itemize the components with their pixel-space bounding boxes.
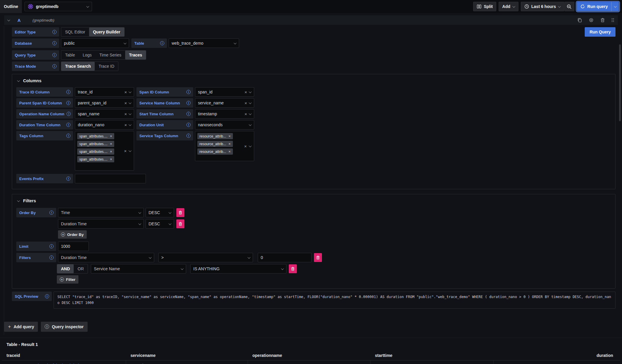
operation-name-column-select[interactable]: span_name [75,109,134,119]
filter-field-select[interactable]: Service Name [91,264,186,274]
info-icon[interactable] [186,123,191,127]
split-button[interactable]: Split [473,2,496,11]
add-order-by-button[interactable]: Order By [58,230,87,239]
remove-tag-x-icon[interactable] [110,150,112,153]
info-icon[interactable] [66,134,70,138]
add-button[interactable]: Add [499,2,518,11]
query-inspector-button[interactable]: Query inspector [41,322,87,332]
zoom-out-time-button[interactable] [564,2,574,11]
service-tags-column-multiselect[interactable]: resource_attrib... resource_attrib... re… [195,131,254,161]
query-type-option-time-series[interactable]: Time Series [96,51,125,59]
span-id-column-select[interactable]: span_id [195,87,254,97]
info-icon[interactable] [186,90,191,94]
column-header-starttime[interactable]: starttime [370,353,493,358]
clear-all-x-icon[interactable] [124,149,127,153]
table-select[interactable]: web_trace_demo [169,38,239,48]
service-name-column-select[interactable]: service_name [195,98,254,108]
tag-pill[interactable]: span_attributes.... [77,141,114,147]
run-query-button[interactable]: Run query [577,2,611,11]
filter-field-select[interactable]: Duration Time [58,253,154,262]
events-prefix-input[interactable] [75,174,146,183]
trace-mode-option-trace-search[interactable]: Trace Search [61,62,95,71]
info-icon[interactable] [49,244,54,248]
remove-tag-x-icon[interactable] [110,142,112,146]
editor-type-option-query-builder[interactable]: Query Builder [89,27,124,36]
order-by-field-select[interactable]: Time [58,208,144,217]
start-time-column-select[interactable]: timestamp [195,109,254,119]
columns-section-header[interactable]: Columns [16,78,611,84]
clear-x-icon[interactable] [124,101,127,105]
remove-tag-x-icon[interactable] [228,142,231,146]
remove-tag-x-icon[interactable] [228,150,231,153]
clear-x-icon[interactable] [124,112,127,116]
filter-value-input[interactable] [258,253,312,262]
datasource-picker[interactable]: greptimedb [25,2,92,11]
clear-x-icon[interactable] [124,123,127,127]
info-icon[interactable] [186,101,191,105]
trace-mode-option-trace-id[interactable]: Trace ID [95,62,118,71]
remove-filter-button[interactable] [314,253,322,262]
add-query-button[interactable]: + Add query [4,322,38,332]
duplicate-query-icon[interactable] [577,18,582,22]
clear-all-x-icon[interactable] [244,144,247,148]
clear-x-icon[interactable] [244,101,247,105]
info-icon[interactable] [52,41,57,45]
scrollbar-thumb[interactable] [619,44,621,121]
order-by-direction-select[interactable]: DESC [146,219,174,229]
info-icon[interactable] [52,30,57,34]
service-tag-pill[interactable]: resource_attrib... [197,133,233,139]
parent-span-id-column-select[interactable]: parent_span_id [75,98,134,108]
filter-operator-select[interactable]: IS ANYTHING [190,264,286,274]
info-icon[interactable] [186,134,191,138]
query-type-option-table[interactable]: Table [61,51,79,59]
filter-operator-select[interactable]: > [158,253,253,262]
trace-id-column-select[interactable]: trace_id [75,87,134,97]
info-icon[interactable] [186,112,191,116]
tag-pill[interactable]: span_attributes.... [77,133,114,139]
clear-x-icon[interactable] [124,90,127,94]
run-query-dropdown-toggle[interactable] [611,2,619,11]
clear-x-icon[interactable] [244,112,247,116]
column-header-traceid[interactable]: traceid [2,353,126,358]
column-header-duration[interactable]: duration [493,353,620,358]
query-row-header[interactable]: A (greptimedb) [4,15,618,25]
editor-type-option-sql-editor[interactable]: SQL Editor [61,27,89,36]
info-icon[interactable] [52,64,57,68]
add-filter-button[interactable]: Filter [57,275,78,284]
duration-time-column-select[interactable]: duration_nano [75,120,134,130]
remove-tag-x-icon[interactable] [110,134,112,138]
remove-query-trash-icon[interactable] [600,18,605,22]
outline-toggle[interactable]: Outline [0,0,22,13]
or-option[interactable]: OR [74,264,88,273]
collapse-chevron-icon[interactable] [7,18,10,21]
remove-tag-x-icon[interactable] [110,157,112,161]
info-icon[interactable] [67,112,71,116]
tag-pill[interactable]: span_attributes.... [77,148,114,155]
info-icon[interactable] [66,123,70,127]
query-type-option-traces[interactable]: Traces [125,51,146,59]
limit-input[interactable] [58,242,89,251]
info-icon[interactable] [66,177,70,181]
order-by-direction-select[interactable]: DESC [146,208,174,217]
info-icon[interactable] [66,90,70,94]
column-header-operationname[interactable]: operationname [248,353,370,358]
remove-filter-button[interactable] [289,264,297,273]
order-by-field-select[interactable]: Duration Time [58,219,144,229]
tags-column-multiselect[interactable]: span_attributes.... span_attributes.... … [75,131,134,171]
service-tag-pill[interactable]: resource_attrib... [197,141,233,147]
duration-unit-select[interactable]: nanoseconds [195,120,254,130]
info-icon[interactable] [160,41,164,45]
panel-run-query-button[interactable]: Run Query [585,27,615,37]
remove-order-by-button[interactable] [176,208,184,217]
database-select[interactable]: public [61,38,129,48]
service-tag-pill[interactable]: resource_attrib... [197,148,233,155]
info-icon[interactable] [49,255,54,260]
filters-section-header[interactable]: Filters [16,198,611,204]
hide-response-eye-icon[interactable] [589,18,594,22]
remove-tag-x-icon[interactable] [228,134,231,138]
drag-handle-icon[interactable] [611,18,614,22]
info-icon[interactable] [52,53,57,57]
info-icon[interactable] [45,294,49,298]
info-icon[interactable] [49,211,54,215]
info-icon[interactable] [66,101,70,105]
